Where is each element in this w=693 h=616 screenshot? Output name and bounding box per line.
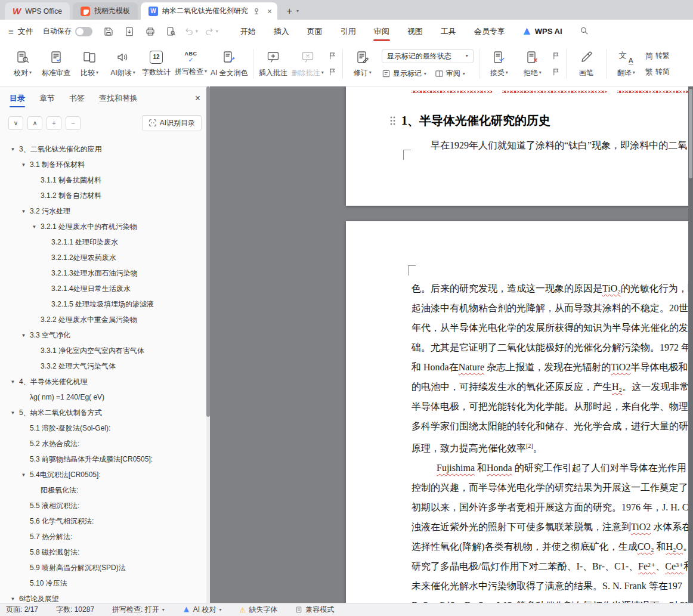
previous-comment-icon[interactable] [328,51,337,60]
toc-item[interactable]: ▼3.3.2 处理大气污染气体 [0,358,210,374]
page-indicator[interactable]: 页面: 2/17 [6,605,38,615]
toc-expand-arrow-icon[interactable]: ▼ [20,209,27,214]
toc-expand-arrow-icon[interactable]: ▼ [20,162,27,168]
tab-find-replace[interactable]: 查找和替换 [99,86,138,110]
toc-item[interactable]: ▼阳极氧化法: [0,482,210,498]
redo-button[interactable]: ▾ [204,26,218,37]
toc-item[interactable]: ▼4、半导体光催化机理 [0,374,210,389]
standard-review-button[interactable]: 标准审查 [39,45,73,83]
show-markup-button[interactable]: 显示标记▾ [382,69,426,79]
compare-button[interactable]: 比较▾ [73,45,106,83]
toc-expand-arrow-icon[interactable]: ▼ [20,333,27,338]
toc-item[interactable]: ▼3.2.1.4处理日常生活废水 [0,281,210,296]
translate-button[interactable]: 文A 翻译▾ [610,45,643,83]
toc-item[interactable]: ▼3.1.1 制备抗菌材料 [0,172,210,188]
ai-read-aloud-button[interactable]: AI朗读▾ [106,45,140,83]
save-button[interactable] [102,25,115,38]
close-tab-icon[interactable]: × [267,7,272,16]
spell-check-status[interactable]: 拼写检查: 打开▾ [112,605,165,615]
toc-expand-arrow-icon[interactable]: ▼ [20,472,27,478]
print-preview-button[interactable] [165,25,178,38]
next-comment-icon[interactable] [328,67,337,76]
toc-item[interactable]: ▼3.1 制备环保材料 [0,157,210,172]
toc-item[interactable]: ▼3.2.1.1 处理印染废水 [0,234,210,250]
missing-font-warning[interactable]: ⚠缺失字体 [239,605,277,615]
toc-item[interactable]: ▼3.1.2 制备自洁材料 [0,188,210,203]
pin-icon[interactable] [252,7,261,16]
menu-view[interactable]: 视图 [398,20,432,43]
proofread-button[interactable]: 校对▾ [6,45,39,83]
toc-item[interactable]: ▼5.4电沉积法[CR0505]: [0,467,210,482]
toc-expand-arrow-icon[interactable]: ▼ [10,147,16,152]
toc-item[interactable]: ▼3.2.1.3处理水面石油污染物 [0,265,210,281]
toc-item[interactable]: ▼3.3 空气净化 [0,327,210,343]
paragraph[interactable]: 色。后来的研究发现，造成这一现象的原因是TiO₂的光敏化行为，即起油漆中有机物粘… [412,278,693,458]
word-count-button[interactable]: 12 字数统计 [140,45,173,83]
expand-levels-button[interactable]: ∧ [27,116,42,130]
undo-button[interactable]: ▾ [184,26,198,37]
ai-polish-button[interactable]: AI 全文润色 [209,45,250,83]
new-tab-button[interactable]: + ▾ [286,6,299,16]
toc-item[interactable]: ▼3.2.2 处理废水中重金属污染物 [0,312,210,327]
tab-toc[interactable]: 目录 [10,86,25,110]
toc-item[interactable]: ▼5.10 冷压法 [0,575,210,591]
toc-item[interactable]: ▼3.2.1.2处理农药废水 [0,250,210,265]
to-traditional-button[interactable]: 简 转繁 [645,51,670,61]
toc-item[interactable]: ▼3.2 污水处理 [0,203,210,219]
spell-check-button[interactable]: ABC✓ 拼写检查▾ [173,45,209,83]
brush-button[interactable]: 画笔 [570,45,603,83]
previous-change-icon[interactable] [552,51,561,60]
paragraph-drag-handle-icon[interactable] [389,116,396,126]
search-button[interactable] [579,26,589,38]
toc-item[interactable]: ▼5.8 磁控溅射法: [0,544,210,560]
toc-item[interactable]: ▼3.2.1 处理废水中的有机污染物 [0,219,210,234]
menu-membership[interactable]: 会员专享 [465,20,514,43]
reject-changes-button[interactable]: 拒绝▾ [516,45,549,83]
toc-expand-arrow-icon[interactable]: ▼ [10,410,16,416]
toc-item[interactable]: ▼6结论及展望 [0,591,210,603]
ai-proof-status[interactable]: AI 校对▾ [182,605,222,615]
tab-list-caret-icon[interactable]: ▾ [296,9,299,14]
page1-text[interactable]: 早在1929年人们就知道了涂料的“钛白”现象，即涂料中的二氧 [412,135,693,155]
menu-reference[interactable]: 引用 [332,20,365,43]
close-pane-icon[interactable]: × [195,93,200,104]
toc-item[interactable]: ▼5.9 喷射高温分解沉积(SPD)法 [0,560,210,575]
collapse-all-button[interactable]: − [66,116,81,130]
tab-wps-office[interactable]: W WPS Office [5,2,70,20]
next-change-icon[interactable] [552,67,561,76]
file-menu[interactable]: ≡ 文件 [8,26,33,37]
collapse-levels-button[interactable]: ∨ [8,116,23,130]
undo-caret-icon[interactable]: ▾ [196,29,198,34]
menu-insert[interactable]: 插入 [265,20,298,43]
toc-expand-arrow-icon[interactable]: ▼ [31,224,38,230]
toc-item[interactable]: ▼5.2 水热合成法: [0,436,210,451]
toc-item[interactable]: ▼3.2.1.5 处理垃圾填埋场的渗滤液 [0,296,210,312]
word-count-status[interactable]: 字数: 10287 [56,605,94,615]
compat-mode-indicator[interactable]: 兼容模式 [295,605,334,615]
ai-recognize-toc-button[interactable]: AI识别目录 [142,115,202,131]
tab-bookmarks[interactable]: 书签 [69,86,85,110]
review-pane-button[interactable]: 审阅▾ [435,69,465,79]
page2-text[interactable]: 色。后来的研究发现，造成这一现象的原因是TiO₂的光敏化行为，即起油漆中有机物粘… [412,278,693,603]
toc-item[interactable]: ▼5.3 前驱物结晶体升华成膜法[CR0505]: [0,451,210,467]
toc-item[interactable]: ▼5.5 液相沉积法: [0,498,210,513]
toc-item[interactable]: ▼3、二氧化钛光催化的应用 [0,141,210,157]
export-button[interactable] [123,25,136,38]
autosave-toggle[interactable] [75,27,92,36]
menu-page[interactable]: 页面 [298,20,332,43]
toc-expand-arrow-icon[interactable]: ▼ [10,379,16,385]
paragraph[interactable]: Fujishima 和Honda 的研究工作引起了人们对半导体在光作用控制的兴趣… [412,458,693,603]
document-scrollbar[interactable] [688,86,693,603]
section-heading[interactable]: 1、半导体光催化研究的历史 [401,113,550,129]
autosave-control[interactable]: 自动保存 [43,26,92,36]
expand-all-button[interactable]: + [47,116,61,130]
document-area[interactable]: 1、半导体光催化研究的历史 早在1929年人们就知道了涂料的“钛白”现象，即涂料… [210,86,693,603]
display-markup-state-dropdown[interactable]: 显示标记的最终状态 ▾ [382,49,474,63]
accept-changes-button[interactable]: 接受▾ [482,45,516,83]
tab-active-document[interactable]: W 纳米二氧化钛光催化剂研究 × [141,2,277,20]
tab-docer-templates[interactable]: 找稻壳模板 [73,2,138,20]
toc-expand-arrow-icon[interactable]: ▼ [10,596,16,602]
document-page-2[interactable]: 色。后来的研究发现，造成这一现象的原因是TiO₂的光敏化行为，即起油漆中有机物粘… [346,221,693,603]
menu-tools[interactable]: 工具 [432,20,465,43]
track-changes-button[interactable]: 修订▾ [346,45,379,83]
